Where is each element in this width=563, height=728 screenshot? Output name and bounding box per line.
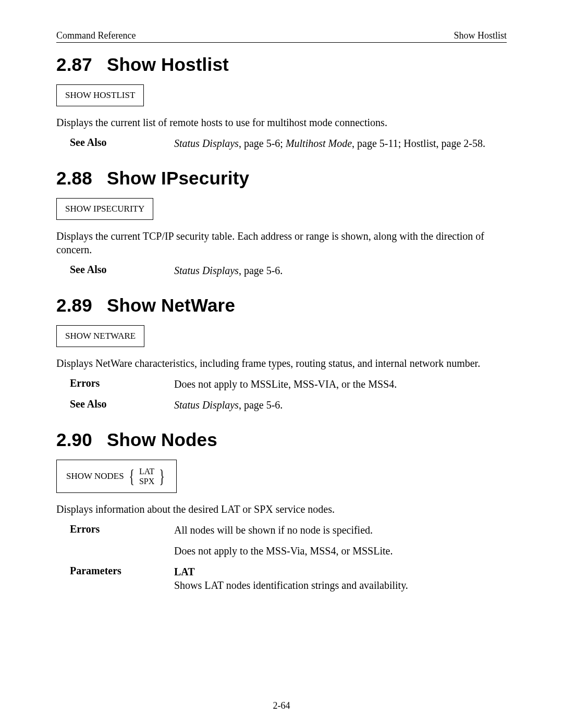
errors-value: All nodes will be shown if no node is sp…	[174, 523, 507, 537]
section-title-text: Show NetWare	[107, 295, 235, 315]
running-header: Command Reference Show Hostlist	[56, 30, 507, 43]
see-also-italic: Status Displays	[174, 138, 239, 149]
see-also-label: See Also	[70, 264, 174, 277]
section-heading-2-87: 2.87Show Hostlist	[56, 54, 507, 75]
header-left: Command Reference	[56, 30, 136, 41]
syntax-options: LAT SPX	[139, 466, 154, 486]
syntax-option: SPX	[139, 476, 154, 486]
errors-row-2-90b: Does not apply to the MSS-Via, MSS4, or …	[56, 544, 507, 558]
syntax-box-show-ipsecurity: SHOW IPSECURITY	[56, 198, 153, 220]
description-2-87: Displays the current list of remote host…	[56, 116, 507, 129]
syntax-text: SHOW HOSTLIST	[65, 90, 135, 100]
parameter-description: Shows LAT nodes identification strings a…	[174, 579, 408, 591]
errors-label: Errors	[70, 377, 174, 391]
see-also-text: , page 5-11; Hostlist, page 2-58.	[352, 138, 485, 149]
section-title-text: Show Hostlist	[107, 54, 229, 75]
section-number: 2.89	[56, 295, 92, 315]
see-also-text: , page 5-6;	[239, 138, 286, 149]
see-also-italic: Multihost Mode	[286, 138, 352, 149]
close-brace-icon: }	[160, 468, 165, 484]
errors-label: Errors	[70, 523, 174, 537]
parameters-row-2-90: Parameters LAT Shows LAT nodes identific…	[56, 565, 507, 592]
syntax-option: LAT	[139, 466, 154, 476]
section-heading-2-89: 2.89Show NetWare	[56, 295, 507, 316]
see-also-italic: Status Displays	[174, 265, 239, 276]
section-heading-2-90: 2.90Show Nodes	[56, 429, 507, 450]
see-also-row-2-89: See Also Status Displays, page 5-6.	[56, 398, 507, 412]
syntax-prefix: SHOW NODES	[66, 471, 124, 482]
syntax-text: SHOW NETWARE	[65, 331, 136, 341]
syntax-box-show-hostlist: SHOW HOSTLIST	[56, 84, 144, 106]
see-also-value: Status Displays, page 5-6.	[174, 264, 507, 277]
errors-label-empty	[70, 544, 174, 558]
see-also-text: , page 5-6.	[239, 399, 283, 411]
section-number: 2.88	[56, 168, 92, 188]
header-right: Show Hostlist	[454, 30, 507, 41]
parameters-label: Parameters	[70, 565, 174, 592]
description-2-90: Displays information about the desired L…	[56, 502, 507, 516]
section-title-text: Show Nodes	[107, 429, 217, 450]
see-also-text: , page 5-6.	[239, 265, 283, 276]
errors-value: Does not apply to MSSLite, MSS-VIA, or t…	[174, 377, 507, 391]
syntax-box-show-nodes: SHOW NODES { LAT SPX }	[56, 460, 177, 493]
see-also-italic: Status Displays	[174, 399, 239, 411]
section-number: 2.87	[56, 54, 92, 75]
see-also-row-2-88: See Also Status Displays, page 5-6.	[56, 264, 507, 277]
see-also-row-2-87: See Also Status Displays, page 5-6; Mult…	[56, 137, 507, 150]
section-title-text: Show IPsecurity	[107, 168, 249, 188]
page: Command Reference Show Hostlist 2.87Show…	[0, 0, 563, 728]
parameters-value: LAT Shows LAT nodes identification strin…	[174, 565, 507, 592]
section-heading-2-88: 2.88Show IPsecurity	[56, 168, 507, 189]
open-brace-icon: {	[129, 468, 134, 484]
see-also-value: Status Displays, page 5-6; Multihost Mod…	[174, 137, 507, 150]
page-number: 2-64	[0, 700, 563, 711]
section-number: 2.90	[56, 429, 92, 450]
errors-row-2-89: Errors Does not apply to MSSLite, MSS-VI…	[56, 377, 507, 391]
see-also-label: See Also	[70, 137, 174, 150]
see-also-label: See Also	[70, 398, 174, 412]
parameter-term: LAT	[174, 566, 195, 577]
errors-value: Does not apply to the MSS-Via, MSS4, or …	[174, 544, 507, 558]
syntax-text: SHOW IPSECURITY	[65, 204, 144, 214]
see-also-value: Status Displays, page 5-6.	[174, 398, 507, 412]
description-2-89: Displays NetWare characteristics, includ…	[56, 356, 507, 370]
errors-row-2-90a: Errors All nodes will be shown if no nod…	[56, 523, 507, 537]
syntax-box-show-netware: SHOW NETWARE	[56, 325, 144, 347]
description-2-88: Displays the current TCP/IP security tab…	[56, 229, 507, 256]
